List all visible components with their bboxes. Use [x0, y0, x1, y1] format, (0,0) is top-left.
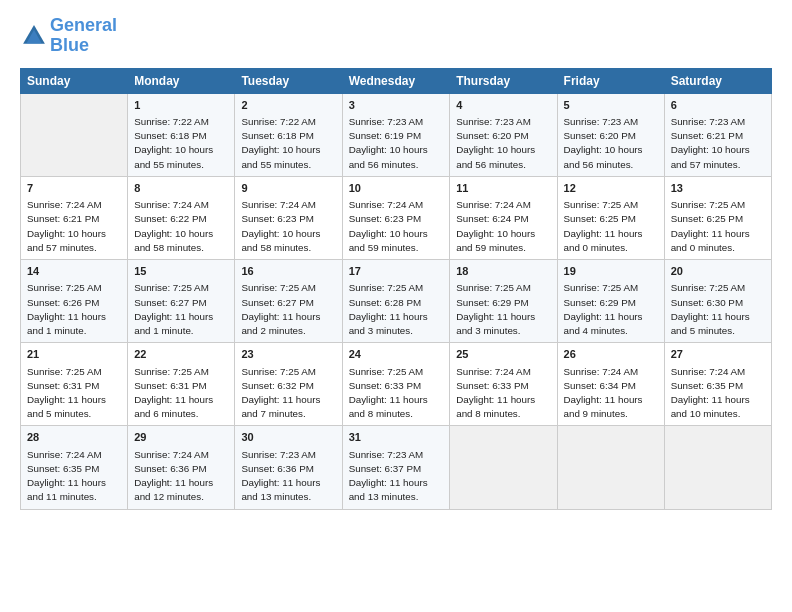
calendar-cell: 6Sunrise: 7:23 AM Sunset: 6:21 PM Daylig…: [664, 93, 771, 176]
day-info: Sunrise: 7:25 AM Sunset: 6:25 PM Dayligh…: [671, 198, 765, 255]
calendar-cell: 9Sunrise: 7:24 AM Sunset: 6:23 PM Daylig…: [235, 176, 342, 259]
calendar-cell: [450, 426, 557, 509]
day-number: 16: [241, 264, 335, 279]
day-number: 20: [671, 264, 765, 279]
calendar-cell: 8Sunrise: 7:24 AM Sunset: 6:22 PM Daylig…: [128, 176, 235, 259]
day-number: 12: [564, 181, 658, 196]
day-number: 24: [349, 347, 444, 362]
day-info: Sunrise: 7:25 AM Sunset: 6:25 PM Dayligh…: [564, 198, 658, 255]
day-info: Sunrise: 7:24 AM Sunset: 6:36 PM Dayligh…: [134, 448, 228, 505]
day-number: 27: [671, 347, 765, 362]
logo-text: General Blue: [50, 16, 117, 56]
day-info: Sunrise: 7:25 AM Sunset: 6:26 PM Dayligh…: [27, 281, 121, 338]
calendar-cell: [664, 426, 771, 509]
calendar-cell: 25Sunrise: 7:24 AM Sunset: 6:33 PM Dayli…: [450, 343, 557, 426]
day-number: 22: [134, 347, 228, 362]
calendar-cell: [21, 93, 128, 176]
calendar-cell: 10Sunrise: 7:24 AM Sunset: 6:23 PM Dayli…: [342, 176, 450, 259]
calendar-cell: 31Sunrise: 7:23 AM Sunset: 6:37 PM Dayli…: [342, 426, 450, 509]
day-info: Sunrise: 7:24 AM Sunset: 6:21 PM Dayligh…: [27, 198, 121, 255]
day-number: 6: [671, 98, 765, 113]
day-number: 17: [349, 264, 444, 279]
day-number: 4: [456, 98, 550, 113]
day-info: Sunrise: 7:25 AM Sunset: 6:27 PM Dayligh…: [241, 281, 335, 338]
calendar-cell: 11Sunrise: 7:24 AM Sunset: 6:24 PM Dayli…: [450, 176, 557, 259]
day-info: Sunrise: 7:25 AM Sunset: 6:32 PM Dayligh…: [241, 365, 335, 422]
day-number: 13: [671, 181, 765, 196]
day-number: 1: [134, 98, 228, 113]
day-info: Sunrise: 7:24 AM Sunset: 6:33 PM Dayligh…: [456, 365, 550, 422]
calendar-cell: 7Sunrise: 7:24 AM Sunset: 6:21 PM Daylig…: [21, 176, 128, 259]
day-number: 9: [241, 181, 335, 196]
day-number: 23: [241, 347, 335, 362]
day-info: Sunrise: 7:24 AM Sunset: 6:22 PM Dayligh…: [134, 198, 228, 255]
day-info: Sunrise: 7:24 AM Sunset: 6:35 PM Dayligh…: [671, 365, 765, 422]
day-info: Sunrise: 7:25 AM Sunset: 6:29 PM Dayligh…: [456, 281, 550, 338]
day-number: 28: [27, 430, 121, 445]
day-number: 15: [134, 264, 228, 279]
day-number: 11: [456, 181, 550, 196]
day-info: Sunrise: 7:22 AM Sunset: 6:18 PM Dayligh…: [241, 115, 335, 172]
calendar-cell: 28Sunrise: 7:24 AM Sunset: 6:35 PM Dayli…: [21, 426, 128, 509]
calendar-week-row: 7Sunrise: 7:24 AM Sunset: 6:21 PM Daylig…: [21, 176, 772, 259]
calendar-cell: 5Sunrise: 7:23 AM Sunset: 6:20 PM Daylig…: [557, 93, 664, 176]
day-info: Sunrise: 7:25 AM Sunset: 6:29 PM Dayligh…: [564, 281, 658, 338]
day-info: Sunrise: 7:24 AM Sunset: 6:35 PM Dayligh…: [27, 448, 121, 505]
day-info: Sunrise: 7:24 AM Sunset: 6:23 PM Dayligh…: [349, 198, 444, 255]
day-number: 2: [241, 98, 335, 113]
day-number: 14: [27, 264, 121, 279]
day-number: 26: [564, 347, 658, 362]
calendar-cell: 21Sunrise: 7:25 AM Sunset: 6:31 PM Dayli…: [21, 343, 128, 426]
calendar-cell: 18Sunrise: 7:25 AM Sunset: 6:29 PM Dayli…: [450, 260, 557, 343]
calendar-cell: 16Sunrise: 7:25 AM Sunset: 6:27 PM Dayli…: [235, 260, 342, 343]
calendar-cell: 24Sunrise: 7:25 AM Sunset: 6:33 PM Dayli…: [342, 343, 450, 426]
day-number: 18: [456, 264, 550, 279]
page-container: General Blue SundayMondayTuesdayWednesda…: [0, 0, 792, 520]
calendar-cell: [557, 426, 664, 509]
day-info: Sunrise: 7:23 AM Sunset: 6:20 PM Dayligh…: [456, 115, 550, 172]
calendar-cell: 19Sunrise: 7:25 AM Sunset: 6:29 PM Dayli…: [557, 260, 664, 343]
day-number: 31: [349, 430, 444, 445]
calendar-cell: 14Sunrise: 7:25 AM Sunset: 6:26 PM Dayli…: [21, 260, 128, 343]
logo-icon: [20, 22, 48, 50]
day-number: 7: [27, 181, 121, 196]
calendar-cell: 2Sunrise: 7:22 AM Sunset: 6:18 PM Daylig…: [235, 93, 342, 176]
day-info: Sunrise: 7:23 AM Sunset: 6:21 PM Dayligh…: [671, 115, 765, 172]
day-info: Sunrise: 7:24 AM Sunset: 6:34 PM Dayligh…: [564, 365, 658, 422]
calendar-cell: 1Sunrise: 7:22 AM Sunset: 6:18 PM Daylig…: [128, 93, 235, 176]
calendar-cell: 3Sunrise: 7:23 AM Sunset: 6:19 PM Daylig…: [342, 93, 450, 176]
day-info: Sunrise: 7:25 AM Sunset: 6:31 PM Dayligh…: [27, 365, 121, 422]
calendar-cell: 30Sunrise: 7:23 AM Sunset: 6:36 PM Dayli…: [235, 426, 342, 509]
day-of-week-header: Tuesday: [235, 68, 342, 93]
calendar-cell: 23Sunrise: 7:25 AM Sunset: 6:32 PM Dayli…: [235, 343, 342, 426]
calendar-cell: 15Sunrise: 7:25 AM Sunset: 6:27 PM Dayli…: [128, 260, 235, 343]
day-number: 29: [134, 430, 228, 445]
calendar-table: SundayMondayTuesdayWednesdayThursdayFrid…: [20, 68, 772, 510]
calendar-cell: 12Sunrise: 7:25 AM Sunset: 6:25 PM Dayli…: [557, 176, 664, 259]
day-info: Sunrise: 7:25 AM Sunset: 6:27 PM Dayligh…: [134, 281, 228, 338]
page-header: General Blue: [20, 16, 772, 56]
day-of-week-header: Friday: [557, 68, 664, 93]
calendar-cell: 29Sunrise: 7:24 AM Sunset: 6:36 PM Dayli…: [128, 426, 235, 509]
day-info: Sunrise: 7:25 AM Sunset: 6:33 PM Dayligh…: [349, 365, 444, 422]
day-info: Sunrise: 7:25 AM Sunset: 6:30 PM Dayligh…: [671, 281, 765, 338]
day-info: Sunrise: 7:24 AM Sunset: 6:23 PM Dayligh…: [241, 198, 335, 255]
calendar-week-row: 21Sunrise: 7:25 AM Sunset: 6:31 PM Dayli…: [21, 343, 772, 426]
calendar-cell: 4Sunrise: 7:23 AM Sunset: 6:20 PM Daylig…: [450, 93, 557, 176]
calendar-cell: 22Sunrise: 7:25 AM Sunset: 6:31 PM Dayli…: [128, 343, 235, 426]
day-of-week-header: Sunday: [21, 68, 128, 93]
day-info: Sunrise: 7:24 AM Sunset: 6:24 PM Dayligh…: [456, 198, 550, 255]
calendar-header-row: SundayMondayTuesdayWednesdayThursdayFrid…: [21, 68, 772, 93]
day-info: Sunrise: 7:23 AM Sunset: 6:20 PM Dayligh…: [564, 115, 658, 172]
day-number: 5: [564, 98, 658, 113]
calendar-cell: 17Sunrise: 7:25 AM Sunset: 6:28 PM Dayli…: [342, 260, 450, 343]
day-info: Sunrise: 7:25 AM Sunset: 6:28 PM Dayligh…: [349, 281, 444, 338]
day-info: Sunrise: 7:23 AM Sunset: 6:37 PM Dayligh…: [349, 448, 444, 505]
day-info: Sunrise: 7:23 AM Sunset: 6:19 PM Dayligh…: [349, 115, 444, 172]
day-info: Sunrise: 7:23 AM Sunset: 6:36 PM Dayligh…: [241, 448, 335, 505]
day-number: 8: [134, 181, 228, 196]
calendar-cell: 13Sunrise: 7:25 AM Sunset: 6:25 PM Dayli…: [664, 176, 771, 259]
calendar-cell: 27Sunrise: 7:24 AM Sunset: 6:35 PM Dayli…: [664, 343, 771, 426]
calendar-week-row: 1Sunrise: 7:22 AM Sunset: 6:18 PM Daylig…: [21, 93, 772, 176]
day-info: Sunrise: 7:22 AM Sunset: 6:18 PM Dayligh…: [134, 115, 228, 172]
